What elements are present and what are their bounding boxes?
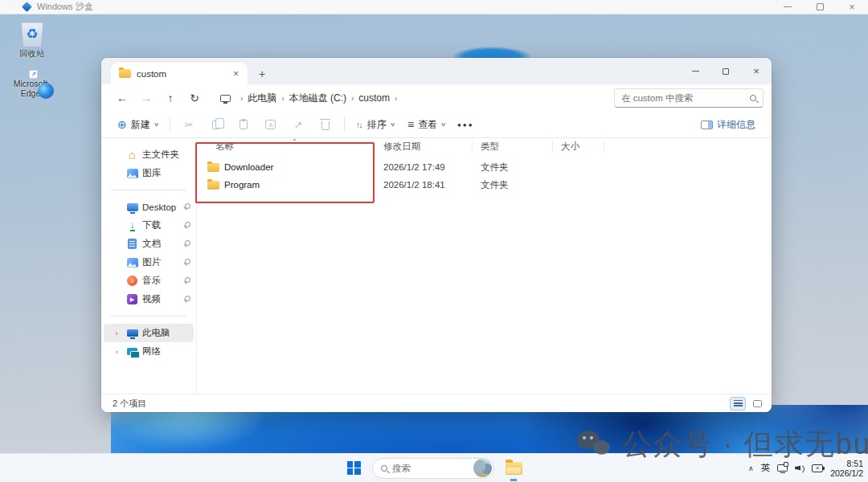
file-name: Program (224, 180, 260, 190)
folder-icon (207, 181, 219, 190)
sidebar-item-此电脑[interactable]: ›此电脑 (104, 324, 194, 342)
close-button[interactable]: × (836, 0, 868, 14)
column-header-名称[interactable]: 名称 (197, 141, 375, 153)
tab-custom[interactable]: custom × (111, 63, 248, 84)
sidebar-item-网络[interactable]: ›网络 (104, 342, 194, 361)
breadcrumb-item-custom[interactable]: custom (358, 92, 390, 104)
sidebar-item-下载[interactable]: ↓下载 (104, 216, 194, 235)
back-button[interactable]: ← (111, 88, 133, 108)
table-row-Program[interactable]: Program2026/1/2 18:41文件夹 (197, 176, 772, 194)
speaker-icon[interactable] (795, 464, 805, 472)
sidebar-item-Desktop[interactable]: Desktop (104, 198, 194, 216)
explorer-body: ⌂主文件夹图库Desktop↓下载文档图片♪音乐▶视频›此电脑›网络 ⌃ 名称修… (101, 138, 772, 394)
clock[interactable]: 8:51 2026/1/2 (830, 459, 863, 478)
this-pc-icon (220, 95, 231, 102)
sort-button[interactable]: ↑↓ 排序 ∨ (350, 114, 401, 135)
paste-button[interactable] (230, 114, 257, 135)
sidebar-icon-wrap (125, 203, 139, 211)
sidebar-item-视频[interactable]: ▶视频 (104, 290, 194, 308)
file-list-header: 名称修改日期类型大小 (197, 138, 772, 155)
explorer-search-box[interactable] (614, 88, 764, 108)
sort-label: 排序 (367, 118, 387, 132)
details-view-icon (734, 400, 743, 407)
maximize-icon (723, 68, 729, 75)
search-icon (750, 95, 756, 101)
rename-icon: A (265, 120, 276, 129)
start-button[interactable] (343, 458, 364, 479)
tab-close-icon[interactable]: × (231, 68, 241, 80)
breadcrumb-item-本地磁盘 (C:)[interactable]: 本地磁盘 (C:) (289, 92, 346, 105)
column-header-类型[interactable]: 类型 (473, 141, 553, 153)
pin-icon (182, 239, 194, 250)
explorer-maximize-button[interactable] (710, 58, 741, 84)
maximize-button[interactable] (804, 0, 836, 14)
sidebar-item-图片[interactable]: 图片 (104, 253, 194, 272)
table-row-Downloader[interactable]: Downloader2026/1/2 17:49文件夹 (197, 158, 772, 176)
desktop-icon (127, 203, 138, 211)
new-tab-button[interactable]: + (259, 67, 265, 80)
desktop-icon-edge[interactable]: ↗ Microsoft Edge (5, 77, 56, 98)
new-label: 新建 (131, 118, 150, 132)
breadcrumb-item-此电脑[interactable]: 此电脑 (248, 92, 276, 105)
paste-icon (240, 120, 248, 129)
rename-button[interactable]: A (257, 114, 285, 135)
sidebar-item-文档[interactable]: 文档 (104, 235, 194, 253)
sidebar-item-label: Desktop (142, 202, 179, 212)
sidebar-item-图库[interactable]: 图库 (104, 164, 194, 182)
view-label: 查看 (418, 118, 437, 132)
details-view-toggle[interactable] (730, 397, 746, 411)
column-header-修改日期[interactable]: 修改日期 (375, 141, 473, 153)
sandbox-window-controls: × (772, 0, 868, 14)
network-icon[interactable] (777, 464, 788, 472)
toolbar-divider (344, 117, 345, 132)
explorer-close-button[interactable]: × (741, 58, 772, 84)
taskbar-search-input[interactable] (392, 464, 469, 473)
desktop-icon-label: 回收站 (19, 48, 45, 58)
tray-chevron-up-icon[interactable]: ∧ (748, 464, 754, 472)
taskbar-file-explorer[interactable] (502, 457, 525, 480)
tray-date: 2026/1/2 (830, 468, 863, 478)
minimize-button[interactable] (772, 0, 804, 14)
minimize-icon (784, 6, 792, 7)
battery-unavailable-icon[interactable]: × (812, 464, 823, 472)
taskbar-search-box[interactable] (372, 458, 494, 479)
search-highlight-image[interactable] (473, 459, 492, 477)
copy-button[interactable] (203, 114, 230, 135)
desktop-icon-recycle-bin[interactable]: ♻ 回收站 (6, 21, 58, 58)
cut-button[interactable]: ✂ (175, 114, 203, 135)
recycle-bin-icon: ♻ (20, 21, 44, 47)
sort-arrows-icon: ↑↓ (356, 120, 362, 129)
computer-icon (127, 329, 138, 337)
more-options-button[interactable]: ●●● (452, 114, 479, 135)
sidebar-icon-wrap (125, 169, 139, 178)
new-button[interactable]: ⊕ 新建 ∨ (111, 114, 165, 135)
folder-icon (119, 69, 131, 78)
sidebar-icon-wrap: ⌂ (125, 149, 139, 161)
share-button[interactable]: ↗ (285, 114, 312, 135)
delete-button[interactable] (312, 114, 339, 135)
sidebar-icon-wrap: ♪ (125, 276, 139, 286)
chevron-right-icon[interactable]: › (111, 329, 122, 337)
explorer-minimize-button[interactable] (680, 58, 710, 84)
up-button[interactable]: ↑ (159, 88, 182, 108)
wallpaper-bloom (111, 405, 868, 453)
pin-icon (182, 276, 194, 287)
chevron-right-icon[interactable]: › (111, 348, 122, 356)
sidebar-item-label: 文档 (142, 238, 179, 250)
explorer-search-input[interactable] (621, 93, 750, 103)
forward-button[interactable]: → (135, 88, 158, 108)
file-explorer-window: custom × + × ← → ↑ ↻ ›此电脑›本地磁盘 (C:)›cus (101, 58, 772, 412)
details-pane-button[interactable]: 详细信息 (694, 114, 762, 135)
ime-indicator[interactable]: 英 (761, 462, 771, 474)
pictures-icon (127, 258, 138, 268)
sidebar-item-音乐[interactable]: ♪音乐 (104, 272, 194, 290)
desktop: ♻ 回收站 ↗ Microsoft Edge custom × + (0, 14, 868, 453)
sidebar-item-label: 下载 (142, 219, 179, 231)
sidebar-item-label: 图片 (142, 256, 179, 268)
view-button[interactable]: ≡ 查看 ∨ (401, 114, 452, 135)
thumbnail-view-toggle[interactable] (749, 397, 765, 411)
refresh-button[interactable]: ↻ (183, 88, 206, 108)
column-header-大小[interactable]: 大小 (553, 141, 604, 153)
videos-icon: ▶ (127, 294, 137, 304)
sidebar-item-主文件夹[interactable]: ⌂主文件夹 (104, 145, 194, 164)
